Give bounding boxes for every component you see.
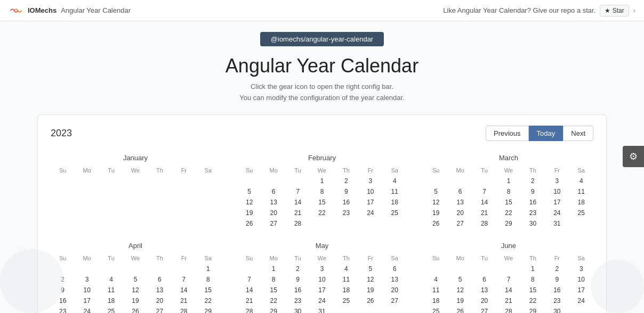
calendar-day[interactable]: 16	[334, 197, 358, 208]
calendar-day[interactable]: 25	[569, 208, 593, 218]
calendar-day[interactable]: 14	[237, 285, 261, 295]
calendar-day[interactable]: 14	[286, 197, 310, 208]
calendar-day[interactable]: 20	[383, 285, 407, 295]
calendar-day[interactable]: 19	[358, 285, 382, 295]
calendar-day[interactable]: 26	[358, 295, 382, 306]
previous-button[interactable]: Previous	[486, 126, 529, 141]
calendar-day[interactable]: 28	[237, 306, 261, 313]
calendar-day[interactable]: 18	[424, 295, 448, 306]
calendar-day[interactable]: 23	[334, 208, 358, 218]
calendar-day[interactable]: 7	[496, 274, 520, 285]
calendar-day[interactable]: 5	[237, 186, 261, 197]
calendar-day[interactable]: 8	[196, 274, 220, 285]
calendar-day[interactable]: 11	[383, 186, 407, 197]
calendar-day[interactable]: 21	[286, 208, 310, 218]
calendar-day[interactable]: 16	[286, 285, 310, 295]
calendar-day[interactable]: 17	[545, 197, 569, 208]
calendar-day[interactable]: 9	[521, 186, 545, 197]
calendar-day[interactable]: 6	[472, 274, 496, 285]
calendar-day[interactable]: 2	[286, 263, 310, 274]
calendar-day[interactable]: 12	[424, 197, 448, 208]
calendar-day[interactable]: 10	[358, 186, 382, 197]
calendar-day[interactable]: 13	[472, 285, 496, 295]
calendar-day[interactable]: 23	[545, 295, 569, 306]
calendar-day[interactable]: 2	[334, 176, 358, 186]
calendar-day[interactable]: 2	[521, 176, 545, 186]
calendar-day[interactable]: 4	[383, 176, 407, 186]
calendar-day[interactable]: 14	[496, 285, 520, 295]
calendar-day[interactable]: 21	[496, 295, 520, 306]
calendar-day[interactable]: 31	[545, 218, 569, 229]
calendar-day[interactable]: 24	[569, 295, 593, 306]
calendar-day[interactable]: 8	[310, 186, 334, 197]
calendar-day[interactable]: 20	[472, 295, 496, 306]
calendar-day[interactable]: 9	[286, 274, 310, 285]
calendar-day[interactable]: 10	[310, 274, 334, 285]
calendar-day[interactable]: 13	[261, 197, 285, 208]
calendar-day[interactable]: 24	[310, 295, 334, 306]
calendar-day[interactable]: 12	[123, 285, 147, 295]
calendar-day[interactable]: 1	[196, 263, 220, 274]
calendar-day[interactable]: 18	[383, 197, 407, 208]
calendar-day[interactable]: 11	[334, 274, 358, 285]
calendar-day[interactable]: 26	[424, 218, 448, 229]
gear-button[interactable]: ⚙	[623, 146, 644, 167]
calendar-day[interactable]: 9	[545, 274, 569, 285]
calendar-day[interactable]: 4	[424, 274, 448, 285]
calendar-day[interactable]: 28	[172, 306, 196, 313]
calendar-day[interactable]: 25	[424, 306, 448, 313]
calendar-day[interactable]: 5	[358, 263, 382, 274]
calendar-day[interactable]: 7	[237, 274, 261, 285]
calendar-day[interactable]: 15	[521, 285, 545, 295]
calendar-day[interactable]: 17	[569, 285, 593, 295]
calendar-day[interactable]: 21	[237, 295, 261, 306]
calendar-day[interactable]: 5	[448, 274, 472, 285]
calendar-day[interactable]: 15	[261, 285, 285, 295]
calendar-day[interactable]: 29	[196, 306, 220, 313]
calendar-day[interactable]: 19	[448, 295, 472, 306]
calendar-day[interactable]: 12	[358, 274, 382, 285]
calendar-day[interactable]: 1	[261, 263, 285, 274]
calendar-day[interactable]: 28	[472, 218, 496, 229]
calendar-day[interactable]: 10	[75, 285, 99, 295]
calendar-day[interactable]: 13	[148, 285, 172, 295]
calendar-day[interactable]: 23	[286, 295, 310, 306]
calendar-day[interactable]: 14	[472, 197, 496, 208]
calendar-day[interactable]: 4	[569, 176, 593, 186]
calendar-day[interactable]: 13	[383, 274, 407, 285]
calendar-day[interactable]: 15	[196, 285, 220, 295]
calendar-day[interactable]: 19	[424, 208, 448, 218]
calendar-day[interactable]: 3	[310, 263, 334, 274]
calendar-day[interactable]: 25	[334, 295, 358, 306]
calendar-day[interactable]: 22	[496, 208, 520, 218]
calendar-day[interactable]: 3	[545, 176, 569, 186]
calendar-day[interactable]: 18	[334, 285, 358, 295]
calendar-day[interactable]: 26	[237, 218, 261, 229]
calendar-day[interactable]: 28	[496, 306, 520, 313]
calendar-day[interactable]: 1	[496, 176, 520, 186]
calendar-day[interactable]: 2	[51, 274, 75, 285]
calendar-day[interactable]: 22	[310, 208, 334, 218]
calendar-day[interactable]: 12	[448, 285, 472, 295]
calendar-day[interactable]: 27	[472, 306, 496, 313]
calendar-day[interactable]: 2	[545, 263, 569, 274]
calendar-day[interactable]: 15	[496, 197, 520, 208]
calendar-day[interactable]: 27	[448, 218, 472, 229]
calendar-day[interactable]: 19	[237, 208, 261, 218]
calendar-day[interactable]: 19	[123, 295, 147, 306]
calendar-day[interactable]: 22	[261, 295, 285, 306]
calendar-day[interactable]: 20	[448, 208, 472, 218]
calendar-day[interactable]: 5	[123, 274, 147, 285]
calendar-day[interactable]: 3	[75, 274, 99, 285]
calendar-day[interactable]: 27	[383, 295, 407, 306]
calendar-day[interactable]: 29	[496, 218, 520, 229]
calendar-day[interactable]: 8	[496, 186, 520, 197]
calendar-day[interactable]: 12	[237, 197, 261, 208]
calendar-day[interactable]: 16	[521, 197, 545, 208]
calendar-day[interactable]: 30	[286, 306, 310, 313]
calendar-day[interactable]: 25	[383, 208, 407, 218]
calendar-day[interactable]: 1	[521, 263, 545, 274]
calendar-day[interactable]: 10	[545, 186, 569, 197]
calendar-day[interactable]: 6	[383, 263, 407, 274]
calendar-day[interactable]: 3	[569, 263, 593, 274]
